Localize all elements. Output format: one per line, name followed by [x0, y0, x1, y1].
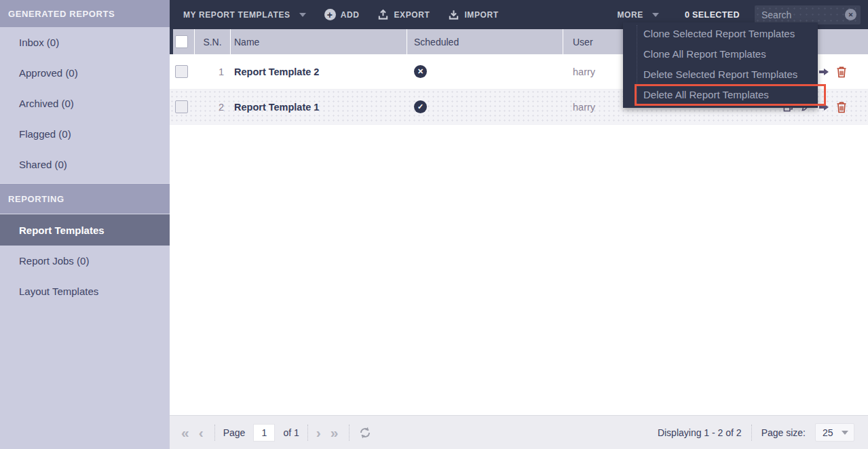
- row-checkbox-cell: [170, 100, 195, 113]
- export-label: EXPORT: [394, 10, 430, 20]
- menu-item-delete-selected[interactable]: Delete Selected Report Templates: [623, 64, 818, 85]
- selected-count: 0 SELECTED: [685, 10, 740, 20]
- sidebar-item-approved[interactable]: Approved (0): [0, 58, 170, 88]
- page-number-input[interactable]: [253, 424, 275, 442]
- row-scheduled-cell: ✕: [407, 65, 563, 78]
- sidebar: GENERATED REPORTS Inbox (0) Approved (0)…: [0, 0, 170, 449]
- separator: [751, 425, 752, 441]
- sidebar-section-generated-reports: GENERATED REPORTS: [0, 0, 170, 27]
- section-title: GENERATED REPORTS: [8, 9, 115, 19]
- select-all-checkbox[interactable]: [175, 35, 188, 48]
- sidebar-item-label: Inbox (0): [19, 37, 59, 48]
- sidebar-item-label: Flagged (0): [19, 128, 71, 140]
- column-header-scheduled[interactable]: Scheduled: [407, 29, 563, 54]
- column-header-sn[interactable]: S.N.: [195, 29, 231, 54]
- delete-icon[interactable]: [835, 65, 848, 78]
- row-checkbox[interactable]: [175, 100, 188, 113]
- section-title: REPORTING: [8, 194, 64, 204]
- sidebar-item-flagged[interactable]: Flagged (0): [0, 119, 170, 149]
- row-sn: 1: [195, 66, 231, 77]
- sidebar-item-label: Report Templates: [19, 224, 105, 236]
- separator: [307, 425, 308, 441]
- chevron-down-icon: [299, 13, 306, 17]
- chevron-down-icon: [652, 13, 659, 17]
- sidebar-section-reporting: REPORTING: [0, 183, 170, 214]
- refresh-button[interactable]: [358, 425, 373, 440]
- row-name: Report Template 2: [231, 66, 407, 77]
- sidebar-item-report-templates[interactable]: Report Templates: [0, 214, 170, 246]
- sidebar-item-label: Approved (0): [19, 67, 78, 79]
- export-button[interactable]: EXPORT: [377, 9, 430, 20]
- page-count-label: of 1: [283, 427, 299, 438]
- menu-item-delete-all[interactable]: Delete All Report Templates: [623, 85, 818, 105]
- prev-page-button[interactable]: ‹: [199, 425, 204, 440]
- sidebar-item-label: Layout Templates: [19, 286, 98, 297]
- run-icon[interactable]: [817, 100, 830, 113]
- menu-item-clone-selected[interactable]: Clone Selected Report Templates: [623, 24, 818, 44]
- sidebar-item-layout-templates[interactable]: Layout Templates: [0, 276, 170, 307]
- scheduled-icon: ✓: [414, 100, 427, 113]
- page-label: Page: [223, 427, 246, 438]
- last-page-button[interactable]: »: [331, 425, 339, 440]
- not-scheduled-icon: ✕: [414, 65, 427, 78]
- footer-right: Displaying 1 - 2 of 2 Page size: 25: [658, 423, 854, 442]
- main-panel: MY REPORT TEMPLATES + ADD EXPORT IMPORT: [170, 0, 868, 449]
- add-label: ADD: [341, 10, 360, 20]
- first-page-button[interactable]: «: [181, 425, 189, 440]
- import-label: IMPORT: [464, 10, 498, 20]
- report-templates-menu-button[interactable]: MY REPORT TEMPLATES: [183, 10, 306, 20]
- export-icon: [377, 9, 389, 20]
- column-header-name[interactable]: Name: [231, 29, 407, 54]
- menu-item-clone-all[interactable]: Clone All Report Templates: [623, 44, 818, 64]
- row-sn: 2: [195, 102, 231, 113]
- refresh-icon: [358, 426, 372, 440]
- run-icon[interactable]: [817, 65, 830, 78]
- sidebar-item-shared[interactable]: Shared (0): [0, 149, 170, 180]
- import-icon: [448, 9, 459, 20]
- page-size-select[interactable]: 25: [815, 423, 854, 442]
- more-button[interactable]: MORE: [617, 10, 658, 20]
- sidebar-item-report-jobs[interactable]: Report Jobs (0): [0, 246, 170, 276]
- add-button[interactable]: + ADD: [324, 9, 360, 20]
- more-label: MORE: [617, 10, 643, 20]
- sidebar-item-label: Shared (0): [19, 159, 67, 170]
- page-size-value: 25: [823, 427, 833, 438]
- sidebar-item-archived[interactable]: Archived (0): [0, 88, 170, 119]
- row-scheduled-cell: ✓: [407, 100, 563, 113]
- displaying-label: Displaying 1 - 2 of 2: [658, 427, 742, 438]
- search-box: ✕: [755, 5, 861, 24]
- pagination-bar: « ‹ Page of 1 › » Displaying 1 - 2 of 2 …: [170, 415, 868, 449]
- add-icon: +: [324, 9, 336, 20]
- separator: [214, 425, 215, 441]
- toolbar-right: MORE 0 SELECTED ✕: [617, 5, 861, 24]
- delete-icon[interactable]: [835, 100, 848, 113]
- more-dropdown-menu: Clone Selected Report Templates Clone Al…: [623, 22, 818, 108]
- select-all-cell: [170, 29, 195, 54]
- page-size-label: Page size:: [761, 427, 806, 438]
- chevron-down-icon: [842, 431, 848, 435]
- sidebar-item-label: Report Jobs (0): [19, 255, 89, 267]
- report-templates-menu-label: MY REPORT TEMPLATES: [183, 10, 290, 20]
- sidebar-item-label: Archived (0): [19, 98, 74, 109]
- separator: [349, 425, 350, 441]
- clear-search-icon[interactable]: ✕: [845, 9, 856, 20]
- sidebar-item-inbox[interactable]: Inbox (0): [0, 27, 170, 58]
- row-checkbox-cell: [170, 65, 195, 78]
- row-name: Report Template 1: [231, 102, 407, 113]
- next-page-button[interactable]: ›: [316, 425, 321, 440]
- import-button[interactable]: IMPORT: [448, 9, 498, 20]
- row-checkbox[interactable]: [175, 65, 188, 78]
- highlighted-menu-item-wrap: Delete All Report Templates: [623, 85, 818, 105]
